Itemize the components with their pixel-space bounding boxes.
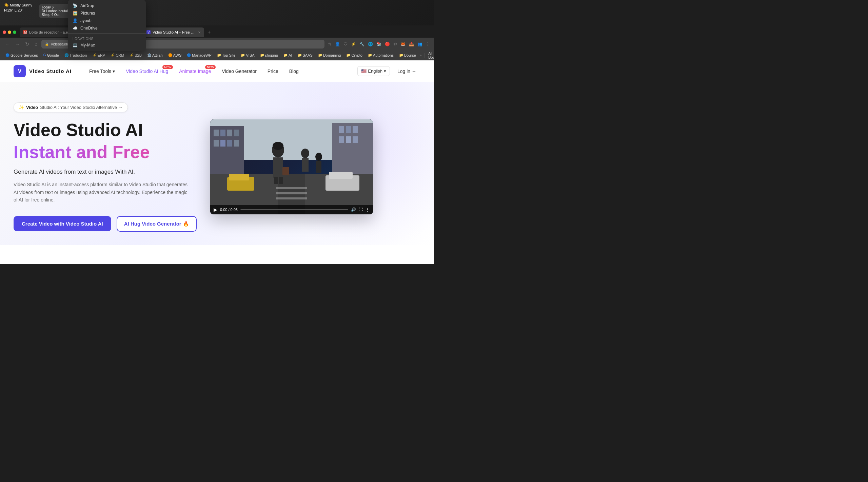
traffic-lights (3, 31, 16, 34)
accounts-icon[interactable]: 👥 (417, 41, 423, 47)
bookmark-crypto[interactable]: 📁 Crypto (344, 53, 364, 58)
language-label: English (368, 69, 382, 74)
tab-close-videostudio[interactable]: ✕ (198, 31, 201, 34)
bookmark-shoping[interactable]: 📁 shoping (258, 53, 280, 58)
bookmark-label-managewp: ManageWP (192, 53, 211, 57)
bookmark-crm[interactable]: ⚡ CRM (108, 53, 126, 58)
bookmark-visa[interactable]: 📁 VISA (239, 53, 256, 58)
nav-free-tools[interactable]: Free Tools ▾ (85, 66, 119, 76)
bookmark-automations[interactable]: 📁 Automations (366, 53, 396, 58)
security-lock-icon: 🔒 (45, 42, 49, 46)
video-progress-bar[interactable] (240, 209, 348, 210)
bookmark-google-services[interactable]: 🔵 Google Services (3, 53, 40, 58)
login-button[interactable]: Log in → (393, 66, 420, 76)
bookmark-ai[interactable]: 📁 AI (281, 53, 294, 58)
download-icon[interactable]: 📥 (408, 41, 415, 47)
badge-spark-icon: ✨ (19, 105, 24, 110)
svg-rect-28 (282, 167, 289, 175)
svg-point-31 (315, 153, 322, 161)
svg-point-29 (301, 149, 309, 158)
hero-title-line2: Instant and Free (14, 142, 190, 162)
bookmark-label-shoping: shoping (265, 53, 278, 57)
finder-item-mymac[interactable]: My-Mac (68, 41, 146, 49)
create-video-button[interactable]: Create Video with Video Studio AI (14, 216, 111, 231)
toolbar-icons: ☆ 👤 🛡 ⚡ 🔧 🌐 📚 🔴 ⚙ 🦊 📥 👥 ⋮ (327, 41, 431, 47)
video-fullscreen-button[interactable]: ⛶ (359, 207, 363, 212)
weather-widget: ☀️ Mostly Sunny H:26° L:20° (4, 3, 32, 13)
bookmark-domaining[interactable]: 📁 Domaining (316, 53, 343, 58)
bookmark-bourse[interactable]: 📁 Bourse (397, 53, 418, 58)
managewp-icon: 🔵 (187, 53, 191, 57)
video-volume-button[interactable]: 🔊 (351, 207, 356, 212)
bookmarks-more-button[interactable]: » (419, 53, 421, 57)
video-play-button[interactable]: ▶ (214, 207, 217, 212)
video-more-button[interactable]: ⋮ (366, 207, 370, 212)
traffic-light-close[interactable] (3, 31, 6, 34)
nav-animate-image[interactable]: Animate Image NEW (175, 66, 215, 76)
saas-icon: 📁 (298, 53, 302, 57)
bookmark-google[interactable]: G Google (41, 53, 61, 58)
tab-title-videostudio: Video Studio AI – Free Online... (153, 30, 196, 34)
back-button[interactable]: ← (3, 41, 11, 47)
hero-badge: ✨ Video Studio AI: Your Video Studio Alt… (14, 102, 128, 112)
logo-text: Video Studio AI (29, 68, 72, 74)
svg-rect-4 (220, 130, 225, 136)
finder-item-onedrive[interactable]: OneDrive (68, 24, 146, 32)
extension3-icon[interactable]: 🔴 (384, 41, 391, 47)
nav-blog[interactable]: Blog (285, 66, 303, 76)
traffic-light-minimize[interactable] (8, 31, 11, 34)
lang-chevron-icon: ▾ (384, 69, 386, 74)
settings-icon[interactable]: ⚙ (393, 41, 398, 47)
nav-right: 🇺🇸 English ▾ Log in → (357, 66, 420, 76)
crypto-icon: 📁 (346, 53, 350, 57)
bookmark-label-b2b: B2B (135, 53, 142, 57)
logo-icon: V (14, 65, 26, 77)
bookmark-attijari[interactable]: 🏦 Attijari (145, 53, 165, 58)
ai-hug-generator-button[interactable]: AI Hug Video Generator 🔥 (117, 216, 197, 232)
firefox-icon[interactable]: 🦊 (400, 41, 406, 47)
svg-rect-25 (274, 177, 278, 184)
video-container[interactable]: ▶ 0:00 / 0:05 🔊 ⛶ ⋮ (210, 119, 373, 214)
menu-icon[interactable]: ⋮ (425, 41, 431, 47)
bookmark-traduction[interactable]: 🌐 Traduction (62, 53, 89, 58)
tab-videostudio[interactable]: V Video Studio AI – Free Online... ✕ (143, 27, 204, 37)
nav-video-generator[interactable]: Video Generator (218, 66, 260, 76)
bookmark-icon[interactable]: 📚 (376, 41, 382, 47)
bookmark-label-domaining: Domaining (323, 53, 341, 57)
reload-button[interactable]: ↻ (24, 41, 31, 47)
nav-price[interactable]: Price (263, 66, 282, 76)
bookmark-erp[interactable]: ⚡ ERP (91, 53, 107, 58)
translate-icon[interactable]: 🌐 (367, 41, 374, 47)
star-icon[interactable]: ☆ (327, 41, 332, 47)
forward-button[interactable]: → (14, 41, 21, 47)
traffic-light-fullscreen[interactable] (13, 31, 16, 34)
bookmark-label-crypto: Crypto (351, 53, 362, 57)
svg-rect-15 (339, 136, 344, 143)
crm-icon: ⚡ (111, 53, 115, 57)
extension2-icon[interactable]: 🔧 (359, 41, 365, 47)
bookmark-aws[interactable]: 🟠 AWS (166, 53, 184, 58)
finder-item-airdrop[interactable]: AirDrop (68, 2, 146, 9)
home-button[interactable]: ⌂ (33, 41, 39, 47)
tab-favicon-videostudio: V (146, 30, 151, 34)
svg-rect-5 (227, 130, 232, 136)
bookmark-top-site[interactable]: 📁 Top Site (215, 53, 238, 58)
finder-item-pictures[interactable]: Pictures (68, 9, 146, 17)
svg-rect-34 (229, 174, 249, 180)
bookmark-b2b[interactable]: ⚡ B2B (127, 53, 144, 58)
video-background (210, 119, 373, 214)
bookmark-managewp[interactable]: 🔵 ManageWP (185, 53, 213, 58)
profile-icon[interactable]: 👤 (334, 41, 341, 47)
extension1-icon[interactable]: ⚡ (350, 41, 357, 47)
language-selector[interactable]: 🇺🇸 English ▾ (357, 66, 390, 76)
bookmark-label-bourse: Bourse (404, 53, 416, 57)
all-bookmarks-button[interactable]: All Bookmarks (428, 51, 434, 59)
bookmark-saas[interactable]: 📁 SAAS (296, 53, 315, 58)
traduction-icon: 🌐 (64, 53, 68, 57)
finder-item-ayoub[interactable]: ayoub (68, 17, 146, 24)
nav-video-studio-hug[interactable]: Video Studio AI Hug NEW (122, 66, 172, 76)
new-tab-button[interactable]: + (205, 28, 213, 37)
shield-icon[interactable]: 🛡 (343, 41, 348, 47)
site-nav: V Video Studio AI Free Tools ▾ Video Stu… (0, 60, 434, 82)
top-site-icon: 📁 (217, 53, 221, 57)
